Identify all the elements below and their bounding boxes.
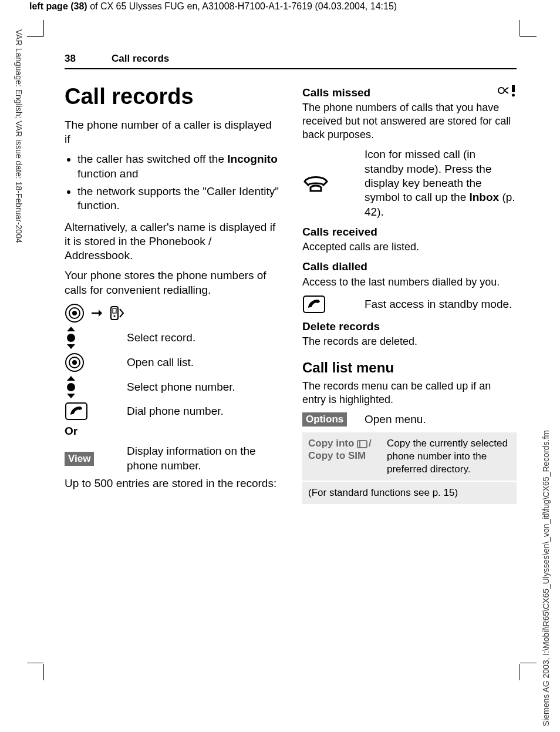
text: Copy to SIM (308, 450, 366, 461)
step-row: Select phone number. (65, 376, 279, 398)
svg-marker-8 (67, 327, 75, 331)
call-key-icon (65, 402, 88, 421)
joystick-center-icon (65, 303, 85, 323)
view-row: View Display information on the phone nu… (65, 444, 279, 473)
svg-marker-16 (67, 394, 75, 398)
crop-mark (43, 20, 44, 36)
running-title: Call records (112, 53, 169, 65)
preprint-header: left page (38) of CX 65 Ulysses FUG en, … (29, 1, 397, 12)
step-desc: Select record. (127, 331, 279, 345)
dial-icon-desc: Fast access in standby mode. (365, 297, 517, 311)
svg-point-2 (72, 311, 77, 315)
svg-point-9 (67, 334, 75, 342)
paragraph: Your phone stores the phone numbers of c… (65, 268, 279, 297)
joystick-center-icon (65, 352, 85, 372)
crop-mark (43, 664, 44, 680)
left-column: Call records The phone number of a calle… (65, 78, 279, 504)
crop-mark (520, 663, 537, 663)
step-row: Dial phone number. (65, 402, 279, 421)
step-desc: Open call list. (127, 355, 279, 370)
joystick-updown-icon (65, 376, 77, 398)
right-column: Calls missed The phone numbers of calls … (302, 78, 517, 504)
call-records-menu-icon (108, 304, 128, 322)
left-margin-text: VAR Language: English; VAR issue date: 1… (14, 29, 23, 243)
calls-dialled-heading: Calls dialled (302, 260, 517, 274)
step-row: Select record. (65, 327, 279, 349)
view-desc: Display information on the phone number. (127, 444, 279, 473)
call-list-menu-heading: Call list menu (302, 359, 517, 377)
call-key-icon (302, 295, 326, 314)
or-label: Or (65, 424, 279, 438)
missed-icon-desc: Icon for missed call (in standby mode). … (365, 147, 517, 219)
step-row: Open call list. (65, 352, 279, 372)
crop-mark (519, 664, 519, 680)
step-desc: Select phone number. (127, 380, 279, 394)
right-margin-text: Siemens AG 2003, I:\Mobil\R65\CX65_Ulyss… (541, 430, 551, 726)
missed-call-indicator-icon (497, 84, 517, 97)
svg-line-19 (504, 88, 508, 90)
paragraph: Access to the last numbers dialled by yo… (302, 276, 517, 289)
paragraph: The records menu can be called up if an … (302, 380, 517, 407)
table-value: Copy the currently selected phone number… (387, 437, 511, 476)
calls-received-heading: Calls received (302, 225, 517, 239)
paragraph: The records are deleted. (302, 335, 517, 348)
svg-marker-14 (67, 376, 75, 381)
svg-marker-4 (99, 310, 102, 317)
calls-missed-heading: Calls missed (302, 86, 370, 100)
page-content: 38 Call records Call records The phone n… (65, 53, 517, 504)
preprint-header-bold: left page (38) (29, 1, 87, 11)
options-desc: Open menu. (365, 412, 517, 427)
options-row: Options Open menu. (302, 412, 517, 427)
table-key: Copy into / Copy to SIM (308, 437, 379, 476)
inbox-term: Inbox (469, 191, 499, 203)
running-head: 38 Call records (65, 53, 517, 69)
intro-paragraph: The phone number of a caller is displaye… (65, 118, 279, 147)
dial-icon-row: Fast access in standby mode. (302, 295, 517, 314)
svg-point-22 (512, 94, 515, 97)
svg-point-18 (498, 88, 504, 93)
view-softkey: View (65, 452, 94, 466)
crop-mark (519, 20, 519, 36)
addressbook-icon (357, 439, 369, 449)
svg-rect-21 (512, 85, 515, 92)
svg-marker-10 (67, 344, 75, 349)
phone-handset-icon (302, 173, 329, 193)
missed-icon-row: Icon for missed call (in standby mode). … (302, 147, 517, 219)
svg-rect-23 (303, 296, 325, 313)
crop-mark (520, 36, 537, 37)
preprint-header-rest: of CX 65 Ulysses FUG en, A31008-H7100-A1… (87, 1, 397, 11)
svg-point-7 (113, 315, 115, 317)
options-table: Copy into / Copy to SIM Copy the current… (302, 432, 517, 504)
page-number: 38 (65, 53, 88, 65)
page-title: Call records (65, 82, 279, 111)
paragraph: The phone numbers of calls that you have… (302, 101, 517, 142)
paragraph: Alternatively, a caller's name is displa… (65, 220, 279, 263)
svg-line-20 (504, 90, 508, 93)
table-row: Copy into / Copy to SIM Copy the current… (302, 432, 517, 481)
svg-rect-17 (66, 403, 87, 419)
arrow-right-icon (90, 308, 102, 318)
options-softkey: Options (302, 412, 347, 427)
delete-records-heading: Delete records (302, 320, 517, 334)
text: Copy into (308, 438, 357, 449)
paragraph: Up to 500 entries are stored in the reco… (65, 476, 279, 491)
svg-rect-24 (357, 441, 367, 448)
svg-point-15 (67, 383, 75, 391)
step-desc: Dial phone number. (127, 404, 279, 418)
paragraph: Accepted calls are listed. (302, 240, 517, 254)
incognito-term: Incognito (227, 153, 277, 165)
text: the caller has switched off the (77, 153, 227, 165)
svg-rect-6 (113, 308, 116, 313)
crop-mark (27, 36, 43, 37)
crop-mark (27, 663, 43, 663)
svg-point-13 (72, 360, 77, 365)
nav-sequence (65, 303, 279, 323)
list-item: the caller has switched off the Incognit… (77, 152, 279, 181)
conditions-list: the caller has switched off the Incognit… (65, 152, 279, 213)
text: function and (77, 167, 139, 180)
table-footer: (For standard functions see p. 15) (302, 481, 517, 504)
joystick-updown-icon (65, 327, 77, 349)
list-item: the network supports the "Caller Identit… (77, 184, 279, 213)
